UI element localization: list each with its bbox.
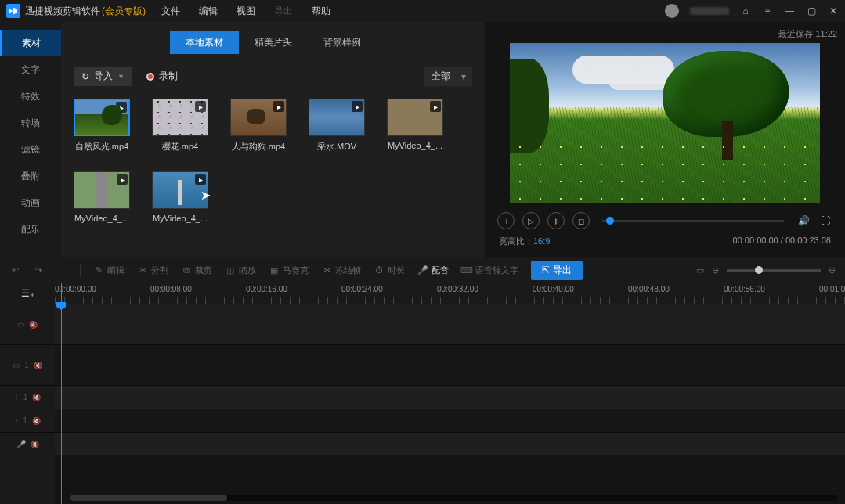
menu-文件[interactable]: 文件: [161, 5, 180, 18]
track-lane[interactable]: [55, 409, 845, 432]
tool-分割[interactable]: ✂分割: [137, 265, 168, 276]
export-button[interactable]: ⇱导出: [531, 261, 583, 280]
clip-item[interactable]: ▸采水.MOV: [309, 99, 365, 153]
app-title: 迅捷视频剪辑软件(会员专版): [25, 5, 146, 18]
menu-icon[interactable]: ≡: [762, 5, 773, 16]
sidebar-item-素材[interactable]: 素材: [0, 30, 61, 56]
add-to-timeline-icon[interactable]: ▸: [352, 101, 363, 112]
preview-viewport[interactable]: [510, 43, 820, 203]
track-mute-icon[interactable]: 🔇: [34, 362, 42, 369]
menu-帮助[interactable]: 帮助: [312, 5, 330, 18]
import-button[interactable]: ↻ 导入 ▼: [74, 67, 132, 86]
clip-item[interactable]: ▸樱花.mp4: [152, 99, 208, 153]
tool-icon: ⏱: [374, 265, 385, 275]
sidebar-item-叠附[interactable]: 叠附: [0, 163, 61, 189]
sidebar-item-滤镜[interactable]: 滤镜: [0, 136, 61, 163]
clip-label: MyVideo_4_...: [152, 214, 208, 223]
media-tab-0[interactable]: 本地素材: [170, 31, 239, 54]
app-icon: [6, 4, 20, 18]
menu-视图[interactable]: 视图: [237, 5, 255, 18]
tool-1[interactable]: ↷: [33, 265, 44, 275]
tool-冻结帧[interactable]: ❄冻结帧: [321, 265, 361, 276]
add-to-timeline-icon[interactable]: ▸: [430, 101, 441, 112]
sidebar-item-特效[interactable]: 特效: [0, 83, 61, 110]
tool-时长[interactable]: ⏱时长: [374, 265, 405, 276]
track-label[interactable]: ▭1🔇: [0, 344, 55, 385]
media-tab-1[interactable]: 精美片头: [239, 31, 308, 54]
seek-bar[interactable]: [602, 220, 784, 222]
export-icon: ⇱: [542, 265, 550, 275]
clip-item[interactable]: ▸自然风光.mp4: [74, 99, 130, 153]
sidebar-item-文字[interactable]: 文字: [0, 56, 61, 83]
tool-编辑[interactable]: ✎编辑: [93, 265, 125, 276]
time-ruler[interactable]: 00:00:00.0000:00:08.0000:00:16.0000:00:2…: [55, 283, 845, 304]
tool-icon: ◫: [225, 265, 236, 275]
record-button[interactable]: 录制: [146, 70, 178, 83]
filter-select[interactable]: 全部: [424, 67, 472, 86]
ruler-tick: 00:00:48.00: [628, 285, 670, 293]
add-to-timeline-icon[interactable]: ▸: [195, 101, 206, 112]
clip-item[interactable]: ▸MyVideo_4_...: [387, 99, 443, 153]
playhead[interactable]: [61, 283, 62, 504]
menu-编辑[interactable]: 编辑: [199, 5, 218, 18]
add-to-timeline-icon[interactable]: ▸: [116, 102, 127, 113]
tool-0[interactable]: ↶: [9, 265, 20, 275]
add-to-timeline-icon[interactable]: ▸: [195, 174, 206, 185]
track-label[interactable]: 🎤🔇: [0, 432, 55, 455]
avatar[interactable]: [665, 4, 679, 18]
add-to-timeline-icon[interactable]: ▸: [273, 101, 284, 112]
clip-item[interactable]: ▸MyVideo_4_...: [74, 171, 130, 223]
zoom-in-icon[interactable]: ⊕: [829, 265, 836, 275]
tool-马赛克[interactable]: ▦马赛克: [269, 265, 309, 276]
media-tab-2[interactable]: 背景样例: [308, 31, 377, 54]
track-lane[interactable]: [55, 385, 845, 409]
volume-icon[interactable]: 🔊: [796, 214, 811, 228]
track-type-icon: ▭: [13, 361, 20, 369]
clip-item[interactable]: ▸MyVideo_4_...: [152, 171, 208, 223]
ruler-tick: 00:00:32.00: [437, 285, 478, 293]
username-blur: [690, 7, 729, 15]
tool-2[interactable]: [56, 265, 67, 275]
track-mute-icon[interactable]: 🔇: [32, 417, 41, 425]
clip-item[interactable]: ▸人与狗狗.mp4: [230, 99, 287, 153]
sidebar-item-动画[interactable]: 动画: [0, 189, 61, 216]
track-lane[interactable]: [55, 432, 845, 455]
prev-frame-button[interactable]: ⦉: [497, 212, 515, 229]
tool-语音转文字[interactable]: ⌨语音转文字: [461, 265, 518, 276]
zoom-slider[interactable]: [727, 269, 821, 272]
sidebar-item-转场[interactable]: 转场: [0, 110, 61, 136]
timeline-scrollbar[interactable]: [70, 495, 837, 501]
tool-缩放[interactable]: ◫缩放: [225, 265, 256, 276]
tool-裁剪[interactable]: ⧉裁剪: [181, 265, 212, 276]
minimize-icon[interactable]: —: [784, 5, 795, 16]
menu-导出[interactable]: 导出: [274, 5, 293, 18]
track-lane[interactable]: [55, 304, 845, 344]
track-mute-icon[interactable]: 🔇: [31, 441, 39, 448]
timeline-toolbar: ↶↷✎编辑✂分割⧉裁剪◫缩放▦马赛克❄冻结帧⏱时长🎤配音⌨语音转文字⇱导出▭⊖⊕: [0, 257, 845, 283]
close-icon[interactable]: ✕: [828, 5, 839, 16]
next-frame-button[interactable]: ⦊: [547, 212, 565, 229]
sidebar-item-配乐[interactable]: 配乐: [0, 216, 61, 243]
fullscreen-icon[interactable]: ⛶: [818, 214, 832, 228]
aspect-ratio: 宽高比：16:9: [499, 236, 550, 247]
ruler-tick: 00:00:56.00: [724, 285, 765, 293]
maximize-icon[interactable]: ▢: [806, 5, 817, 16]
play-button[interactable]: ▷: [522, 212, 540, 229]
main-menu: 文件编辑视图导出帮助: [161, 5, 330, 18]
track-label[interactable]: T1🔇: [0, 385, 55, 409]
tool-icon: ↶: [9, 265, 20, 275]
fit-icon[interactable]: ▭: [696, 265, 704, 275]
stop-button[interactable]: ◻: [572, 212, 590, 229]
zoom-out-icon[interactable]: ⊖: [712, 265, 719, 275]
track-lane[interactable]: [55, 344, 845, 385]
track-mute-icon[interactable]: 🔇: [32, 394, 41, 401]
add-to-timeline-icon[interactable]: ▸: [117, 174, 128, 185]
titlebar: 迅捷视频剪辑软件(会员专版) 文件编辑视图导出帮助 ⌂ ≡ — ▢ ✕: [0, 0, 845, 22]
ruler-tick: 00:01:04: [819, 285, 845, 293]
home-icon[interactable]: ⌂: [740, 5, 751, 16]
track-label[interactable]: ♪1🔇: [0, 409, 55, 432]
track-label[interactable]: ▭🔇: [0, 304, 55, 344]
tool-配音[interactable]: 🎤配音: [417, 265, 449, 276]
add-track-button[interactable]: ☰₊: [0, 283, 55, 304]
track-mute-icon[interactable]: 🔇: [29, 321, 38, 329]
